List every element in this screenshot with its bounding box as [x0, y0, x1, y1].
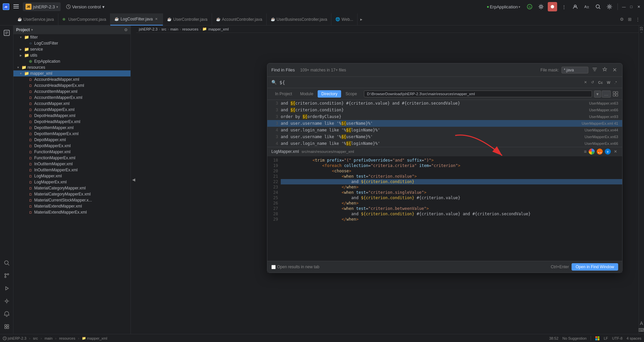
- tree-item-materialextend[interactable]: 🗋 MaterialExtendMapper.xml: [13, 203, 130, 209]
- record-button[interactable]: [548, 2, 557, 11]
- sidebar-icon-notifications[interactable]: [1, 308, 13, 320]
- preview-close-icon[interactable]: ✕: [613, 149, 618, 154]
- tree-item-accountheadmapper[interactable]: 🗋 AccountHeadMapper.xml: [13, 76, 130, 82]
- tab-usercomponent[interactable]: ⊕ UserComponent.java: [58, 13, 111, 25]
- tab-settings-icon[interactable]: ⚙: [619, 15, 625, 23]
- tab-more-icon[interactable]: ⋮: [634, 15, 641, 23]
- run-config-selector[interactable]: ● ErpApplication ▾: [484, 3, 523, 11]
- bc-project[interactable]: jshERP-2.3: [139, 27, 158, 31]
- bc-mapper-xml[interactable]: mapper_xml: [208, 27, 229, 31]
- bc-resources[interactable]: resources: [182, 27, 198, 31]
- sidebar-icon-run[interactable]: [1, 282, 13, 294]
- bc-src[interactable]: src: [161, 27, 166, 31]
- tree-item-materialcurrentstock[interactable]: 🗋 MaterialCurrentStockMapper.x...: [13, 197, 130, 203]
- find-refresh-icon[interactable]: ↺: [590, 79, 595, 85]
- tree-item-functionmapper[interactable]: 🗋 FunctionMapper.xml: [13, 149, 130, 155]
- result-item[interactable]: 4 and user.login_name like '%${loginName…: [267, 127, 622, 133]
- tree-item-materialcategory-ex[interactable]: 🗋 MaterialCategoryMapperEx.xml: [13, 191, 130, 197]
- tree-item-depotmapper[interactable]: 🗋 DepotMapper.xml: [13, 137, 130, 143]
- tree-item-service[interactable]: ▶ 📁 service: [13, 46, 130, 52]
- tree-item-accountitemmapperex[interactable]: 🗋 AccountItemMapperEx.xml: [13, 95, 130, 101]
- chrome-icon[interactable]: [589, 149, 595, 155]
- tab-web[interactable]: 🌐 Web...: [331, 13, 357, 25]
- add-profile-icon[interactable]: [571, 2, 580, 11]
- statusbar-mapper-xml[interactable]: 📁 mapper_xml: [82, 336, 107, 340]
- result-item[interactable]: 3 and user.username like '%${userName}%'…: [267, 133, 622, 140]
- search-icon[interactable]: [593, 2, 603, 11]
- tree-item-logmapper[interactable]: 🗋 LogMapper.xml: [13, 173, 130, 179]
- bc-main[interactable]: main: [170, 27, 178, 31]
- tree-item-materialextend-ex[interactable]: 🗋 MaterialExtendMapperEx.xml: [13, 209, 130, 215]
- statusbar-src[interactable]: src: [33, 336, 38, 340]
- scope-btn-inproject[interactable]: In Project: [271, 90, 296, 98]
- project-selector[interactable]: JE jshERP-2.3 ▾: [23, 2, 61, 11]
- scope-btn-scope[interactable]: Scope: [342, 90, 361, 98]
- tree-item-accountmapperex[interactable]: 🗋 AccountMapperEx.xml: [13, 107, 130, 113]
- statusbar-line-endings[interactable]: LF: [604, 336, 608, 340]
- tree-item-accountheadmapperex[interactable]: 🗋 AccountHeadMapperEx.xml: [13, 82, 130, 89]
- directory-browse-btn[interactable]: …: [602, 91, 611, 98]
- find-pin-icon[interactable]: [601, 66, 608, 73]
- tab-split-icon[interactable]: ⊞: [627, 15, 633, 23]
- settings-icon[interactable]: [536, 2, 546, 11]
- tab-userservice[interactable]: ☕ UserService.java: [13, 13, 58, 25]
- window-maximize[interactable]: □: [629, 4, 634, 9]
- result-item[interactable]: 3 and ${criterion.condition} UserMapper.…: [267, 107, 622, 113]
- vcs-selector[interactable]: Version control ▾: [63, 3, 107, 11]
- tree-item-depotitem[interactable]: 🗋 DepotItemMapper.xml: [13, 125, 130, 131]
- project-panel-settings-icon[interactable]: ⚙: [124, 27, 128, 32]
- find-filter-icon[interactable]: [591, 66, 598, 73]
- result-item[interactable]: 3 and user.username like '%${userName}%'…: [267, 120, 622, 127]
- statusbar-main[interactable]: main: [45, 336, 53, 340]
- tree-item-accountmapper[interactable]: 🗋 AccountMapper.xml: [13, 101, 130, 107]
- statusbar-resources[interactable]: resources: [59, 336, 75, 340]
- gutter-character-icon[interactable]: A: [640, 321, 643, 326]
- tab-usercontroller[interactable]: ☕ UserController.java: [163, 13, 212, 25]
- tree-item-erpapp[interactable]: ⊕ ErpApplication: [13, 58, 130, 64]
- edge-icon[interactable]: e: [605, 149, 611, 155]
- file-mask-input[interactable]: [561, 67, 588, 73]
- panel-collapse-btn[interactable]: ◀: [131, 25, 136, 334]
- tab-close-icon[interactable]: ✕: [154, 17, 159, 21]
- project-title[interactable]: Project ▾: [16, 27, 33, 32]
- tree-item-logcostfilter[interactable]: ○ LogCostFilter: [13, 40, 130, 46]
- firefox-icon[interactable]: 🦊: [597, 149, 603, 155]
- tree-item-depotmapper-ex[interactable]: 🗋 DepotMapperEx.xml: [13, 143, 130, 149]
- translate-icon[interactable]: A文: [582, 2, 591, 11]
- find-word-btn[interactable]: W: [605, 80, 611, 85]
- tree-item-accountitemmapper[interactable]: 🗋 AccountItemMapper.xml: [13, 89, 130, 95]
- sidebar-icon-debug[interactable]: [1, 295, 13, 307]
- open-new-tab-input[interactable]: [271, 265, 276, 269]
- hamburger-menu[interactable]: [12, 2, 20, 11]
- tree-item-inoutitem-ex[interactable]: 🗋 InOutItemMapperEx.xml: [13, 167, 130, 173]
- sidebar-icon-plugins[interactable]: [1, 321, 13, 333]
- tree-item-resources[interactable]: ▼ 📁 resources: [13, 64, 130, 70]
- statusbar-suggestion[interactable]: No Suggestion: [562, 336, 587, 340]
- window-close[interactable]: ✕: [636, 4, 641, 9]
- settings-gear-icon[interactable]: [605, 2, 614, 11]
- tab-userbiz[interactable]: ☕ UserBusinessController.java: [267, 13, 332, 25]
- scope-btn-directory[interactable]: Directory: [318, 90, 341, 98]
- git-icon[interactable]: G: [525, 2, 534, 11]
- sidebar-icon-project[interactable]: [1, 27, 13, 39]
- sidebar-icon-git[interactable]: [1, 270, 13, 282]
- statusbar-vcs-icon[interactable]: jshERP-2.3: [3, 336, 26, 340]
- tree-item-logmapper-ex[interactable]: 🗋 LogMapperEx.xml: [13, 179, 130, 185]
- tree-item-depothead-ex[interactable]: 🗋 DepotHeadMapperEx.xml: [13, 119, 130, 125]
- open-find-window-button[interactable]: Open in Find Window: [572, 263, 618, 271]
- tree-item-filter[interactable]: ▼ 📁 filter: [13, 34, 130, 40]
- more-options-icon[interactable]: ⋮: [559, 2, 569, 11]
- tree-item-inoutitem[interactable]: 🗋 InOutItemMapper.xml: [13, 161, 130, 167]
- tab-logcostfilter[interactable]: ☕ LogCostFilter.java ✕: [110, 13, 163, 25]
- find-dialog-close-icon[interactable]: ✕: [611, 66, 618, 74]
- hamburger-mini-icon[interactable]: ≡: [584, 149, 587, 154]
- tree-item-materialcategory[interactable]: 🗋 MaterialCategoryMapper.xml: [13, 185, 130, 191]
- scope-btn-module[interactable]: Module: [297, 90, 317, 98]
- directory-dropdown-btn[interactable]: ▾: [594, 91, 601, 98]
- tree-item-mapper-xml[interactable]: ▼ 📁 mapper_xml: [13, 70, 130, 76]
- window-minimize[interactable]: —: [621, 4, 627, 9]
- statusbar-windows-icon[interactable]: [595, 336, 600, 341]
- right-panel-zoom-icon[interactable]: ↑ 10: [640, 27, 643, 33]
- tab-accountcontroller[interactable]: ☕ AccountController.java: [212, 13, 267, 25]
- result-item[interactable]: 4 and user.login_name like '%${loginName…: [267, 140, 622, 147]
